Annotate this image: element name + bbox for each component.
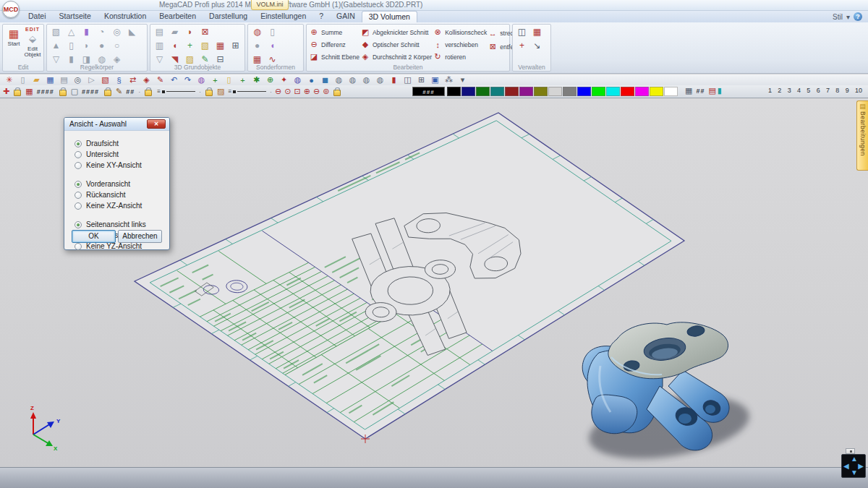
radio-button-icon[interactable] xyxy=(75,151,82,158)
color-lock-icon[interactable] xyxy=(333,90,341,96)
color-swatch-red[interactable] xyxy=(621,87,634,96)
pen-field[interactable]: ## xyxy=(126,88,135,95)
help-icon[interactable]: ? xyxy=(854,12,862,21)
red-barrel-icon[interactable]: ▮ xyxy=(387,75,401,85)
snap-green-icon[interactable]: + xyxy=(236,75,250,85)
radio-button-icon[interactable] xyxy=(75,162,82,169)
style-caret-icon[interactable]: ▾ xyxy=(846,13,850,21)
color-swatch-lime[interactable] xyxy=(592,87,605,96)
zoom-select-icon[interactable]: ⊚ xyxy=(323,87,329,96)
snap-cross-icon[interactable]: ✚ xyxy=(3,87,9,96)
radio-button-icon[interactable] xyxy=(75,140,82,147)
start-button[interactable]: ▦ Start xyxy=(4,25,23,63)
box-icon[interactable]: ▧ xyxy=(48,25,64,38)
color-swatch-navy[interactable] xyxy=(461,87,475,96)
app-logo-icon[interactable]: MCD xyxy=(2,1,20,18)
format-icon[interactable]: § xyxy=(112,75,126,85)
compass-icon[interactable]: ⊕ xyxy=(263,75,277,85)
body-list-icon[interactable]: ◫ xyxy=(514,25,529,38)
render-disc-icon[interactable]: ◍ xyxy=(332,75,346,85)
dome-icon[interactable]: ● xyxy=(250,39,265,52)
bearbeitungen-side-tab[interactable]: ▤ Bearbeitungen xyxy=(856,100,868,171)
freeform-surface-icon[interactable]: ◖ xyxy=(265,39,280,52)
verschieben-button[interactable]: ↕verschieben xyxy=(432,38,487,51)
radio-draufsicht[interactable]: Draufsicht xyxy=(75,138,169,149)
radio-button-icon[interactable] xyxy=(75,192,82,199)
export-page-icon[interactable]: ▷ xyxy=(85,75,98,85)
zoom-reduce-icon[interactable]: ⊖ xyxy=(313,87,320,96)
pen-width-7[interactable]: 7 xyxy=(826,87,830,94)
menu-item-startseite[interactable]: Startseite xyxy=(53,11,98,22)
insert-pin-icon[interactable]: + xyxy=(514,39,529,52)
color-swatch-white[interactable] xyxy=(664,87,678,96)
user-red-icon[interactable]: ✦ xyxy=(277,75,291,85)
color-swatch-magenta[interactable] xyxy=(635,87,649,96)
layer-colors-icon[interactable]: ▤ xyxy=(708,86,715,95)
translate-box-icon[interactable]: ⊠ xyxy=(197,25,213,38)
print-icon[interactable]: ▤ xyxy=(57,75,71,85)
pen-bars-icon[interactable]: ▮ xyxy=(718,86,722,95)
pan-right-icon[interactable]: ▶ xyxy=(858,463,864,470)
globe-icon[interactable]: ◍ xyxy=(291,75,305,85)
color-swatch-cyan[interactable] xyxy=(606,87,620,96)
viewport-options-button[interactable] xyxy=(846,448,855,454)
prism-icon[interactable]: ▤ xyxy=(152,25,167,38)
radio-keine-xz-ansicht[interactable]: Keine XZ-Ansicht xyxy=(75,200,169,211)
hatch-lock-icon[interactable] xyxy=(205,90,213,96)
swap-icon[interactable]: ⇄ xyxy=(126,75,140,85)
color-swatch-green[interactable] xyxy=(476,87,490,96)
note-page-icon[interactable]: ▯ xyxy=(222,75,236,85)
group-field[interactable]: #### xyxy=(37,88,54,95)
color-swatch-purple[interactable] xyxy=(519,87,533,96)
cylinder-2-icon[interactable]: ▯ xyxy=(64,39,79,52)
snap-green-2-icon[interactable]: ✱ xyxy=(250,75,263,85)
menu-item-konstruktion[interactable]: Konstruktion xyxy=(98,11,153,22)
rotieren-button[interactable]: ↻rotieren xyxy=(432,51,487,63)
union-box-icon[interactable]: ▦ xyxy=(213,39,228,52)
red-page-icon[interactable]: ▧ xyxy=(98,75,112,85)
half-cylinder-icon[interactable]: ◗ xyxy=(79,39,94,52)
summe-button[interactable]: ⊕Summe xyxy=(308,26,359,38)
menu-item--[interactable]: ? xyxy=(312,11,330,22)
abgeknickter-schnitt-button[interactable]: ◩Abgeknickter Schnitt xyxy=(359,26,432,38)
new-file-icon[interactable]: ▯ xyxy=(16,75,30,85)
sweep-icon[interactable]: + xyxy=(182,39,197,52)
disc-4-icon[interactable]: ◍ xyxy=(373,75,387,85)
pen-width-9[interactable]: 9 xyxy=(846,87,849,94)
zoom-out-icon[interactable]: ⊖ xyxy=(275,87,281,96)
menu-item-datei[interactable]: Datei xyxy=(22,11,53,22)
color-swatch-yellow[interactable] xyxy=(650,87,663,96)
kollisionscheck-button[interactable]: ⊗Kollisionscheck xyxy=(432,26,487,38)
zoom-window-icon[interactable]: ⊡ xyxy=(294,87,301,96)
group-lock-icon[interactable] xyxy=(14,90,21,96)
dialog-close-icon[interactable]: ✕ xyxy=(147,119,166,129)
menu-item-darstellung[interactable]: Darstellung xyxy=(203,11,254,22)
layout-split-icon[interactable]: ◫ xyxy=(401,75,414,85)
color-swatch-silver[interactable] xyxy=(548,87,562,96)
door-profile-icon[interactable]: ▯ xyxy=(265,25,280,38)
pyramid-icon[interactable]: ▲ xyxy=(48,39,64,52)
pan-left-icon[interactable]: ◀ xyxy=(843,463,849,470)
move-axes-icon[interactable]: + xyxy=(208,75,222,85)
pen-width-5[interactable]: 5 xyxy=(807,87,810,94)
edit-objekt-button[interactable]: EDIT ⬙ Edit Objekt xyxy=(23,25,42,63)
measure-tool-icon[interactable]: ↘ xyxy=(529,39,545,52)
layer-number-field[interactable]: #### xyxy=(82,88,99,95)
duplicate-grid-icon[interactable]: ⊞ xyxy=(228,39,243,52)
pen-width-3[interactable]: 3 xyxy=(788,87,791,94)
pen-width-10[interactable]: 10 xyxy=(855,87,862,94)
radio-untersicht[interactable]: Untersicht xyxy=(75,149,169,160)
line-style-widget[interactable]: ≡ xyxy=(228,88,266,95)
radio-r-ckansicht[interactable]: Rückansicht xyxy=(75,189,169,200)
color-swatch-dark-red[interactable] xyxy=(505,87,519,96)
3d-model[interactable] xyxy=(582,322,754,467)
wedge-icon[interactable]: ◣ xyxy=(124,25,140,38)
monitor-icon[interactable]: ▦ xyxy=(685,86,692,95)
style-selector[interactable]: Stil xyxy=(833,13,843,21)
color-swatch-teal[interactable] xyxy=(490,87,504,96)
radio-button-icon[interactable] xyxy=(75,221,82,228)
pen-width-1[interactable]: 1 xyxy=(768,87,772,94)
current-color-field[interactable]: ### xyxy=(412,87,445,96)
menu-item-3d-volumen[interactable]: 3D Volumen xyxy=(362,11,417,22)
cancel-button[interactable]: Abbrechen xyxy=(118,230,162,243)
